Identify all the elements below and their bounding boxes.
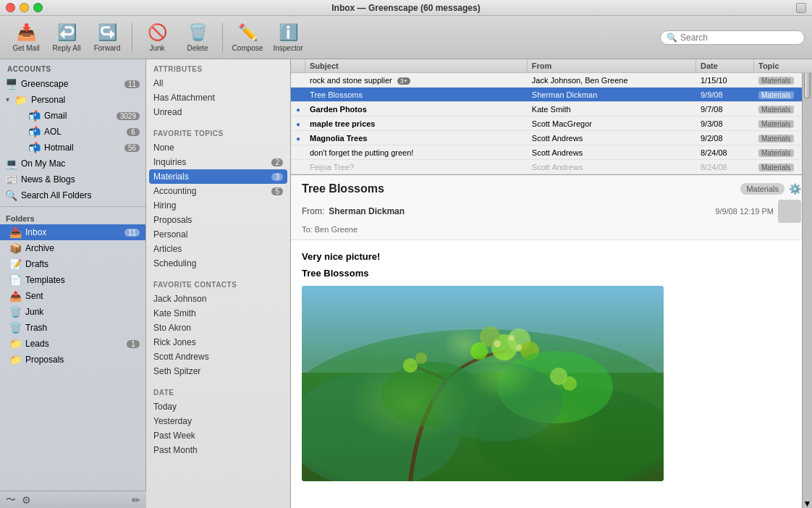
date-past-month[interactable]: Past Month [146, 443, 290, 457]
minimize-button[interactable] [20, 3, 29, 12]
col-header-date[interactable]: Date [696, 59, 754, 72]
contact-scott-andrews-label: Scott Andrews [153, 352, 209, 362]
col-header-subject[interactable]: Subject [305, 59, 528, 72]
reply-all-label: Reply All [53, 44, 81, 52]
topic-none[interactable]: None [146, 140, 290, 155]
sidebar-item-trash[interactable]: 🗑️ Trash [0, 320, 145, 336]
inbox-badge: 11 [124, 229, 140, 237]
sidebar-item-junk[interactable]: 🗑️ Junk [0, 304, 145, 320]
gmail-label: Gmail [44, 111, 113, 121]
traffic-lights[interactable] [6, 3, 43, 12]
sidebar-item-search-all[interactable]: 🔍 Search All Folders [0, 187, 145, 203]
msg-from: Scott Andrews [528, 132, 696, 144]
sidebar-item-aol[interactable]: 📬 AOL 6 [0, 124, 145, 140]
sidebar-item-sent[interactable]: 📤 Sent [0, 288, 145, 304]
zoom-button[interactable] [33, 3, 43, 12]
preview-image [302, 286, 664, 481]
contact-rick-jones[interactable]: Rick Jones [146, 335, 290, 350]
compose-small-icon[interactable]: ✏ [132, 494, 140, 506]
close-button[interactable] [6, 3, 15, 12]
contact-scott-andrews[interactable]: Scott Andrews [146, 350, 290, 364]
activity-icon[interactable]: 〜 [6, 494, 16, 507]
col-header-from[interactable]: From [528, 59, 696, 72]
topic-hiring[interactable]: Hiring [146, 198, 290, 213]
compose-label: Compose [232, 44, 263, 52]
table-row[interactable]: rock and stone supplier 3+ Jack Johnson,… [291, 73, 812, 88]
preview-gear-icon[interactable]: ⚙️ [789, 183, 801, 195]
contact-jack-johnson[interactable]: Jack Johnson [146, 292, 290, 306]
msg-date: 8/24/08 [696, 161, 754, 173]
date-past-week[interactable]: Past Week [146, 428, 290, 443]
topics-header: FAVORITE TOPICS [146, 124, 290, 140]
topic-inquiries[interactable]: Inquiries 2 [146, 155, 290, 169]
gmail-badge: 3029 [117, 112, 140, 120]
sidebar-item-proposals[interactable]: 📁 Proposals [0, 352, 145, 368]
filter-all[interactable]: All [146, 76, 290, 90]
resize-icon[interactable] [796, 3, 806, 13]
preview-tag[interactable]: Materials [740, 183, 784, 195]
msg-date: 9/3/08 [696, 118, 754, 130]
contact-kate-smith[interactable]: Kate Smith [146, 306, 290, 321]
junk-button[interactable]: 🚫 Junk [138, 19, 176, 56]
topic-materials[interactable]: Materials 3 [149, 169, 287, 184]
table-row[interactable]: ● Magnolia Trees Scott Andrews 9/2/08 Ma… [291, 131, 812, 145]
toolbar: 📥 Get Mail ↩️ Reply All ↪️ Forward 🚫 Jun… [0, 16, 812, 59]
contact-seth-spitzer[interactable]: Seth Spitzer [146, 364, 290, 378]
settings-icon[interactable]: ⚙ [22, 494, 31, 506]
sidebar-item-news-blogs[interactable]: 📰 News & Blogs [0, 172, 145, 187]
msg-from: Scott MacGregor [528, 118, 696, 130]
filter-unread[interactable]: Unread [146, 105, 290, 119]
table-row[interactable]: Feijoa Tree? Scott Andrews 8/24/08 Mater… [291, 160, 812, 174]
reply-all-button[interactable]: ↩️ Reply All [48, 19, 85, 56]
topic-scheduling[interactable]: Scheduling [146, 256, 290, 271]
sidebar-item-on-my-mac[interactable]: 💻 On My Mac [0, 156, 145, 172]
topic-accounting[interactable]: Accounting 5 [146, 184, 290, 198]
table-row[interactable]: Tree Blossoms Sherman Dickman 9/9/08 Mat… [291, 88, 812, 102]
table-row[interactable]: ● Garden Photos Kate Smith 9/7/08 Materi… [291, 102, 812, 117]
msg-subject: Tree Blossoms [305, 89, 528, 101]
sidebar-item-greenscape[interactable]: 🖥️ Greenscape 11 [0, 76, 145, 92]
scrollbar-thumb[interactable] [804, 69, 811, 98]
to-label: To: [302, 225, 313, 234]
compose-button[interactable]: ✏️ Compose [229, 19, 266, 56]
scroll-down-button[interactable]: ▼ [803, 499, 812, 508]
sidebar-item-archive[interactable]: 📦 Archive [0, 240, 145, 256]
sidebar-item-gmail[interactable]: 📬 Gmail 3029 [0, 108, 145, 124]
col-header-topic[interactable]: Topic [754, 59, 812, 72]
sidebar-item-hotmail[interactable]: 📬 Hotmail 56 [0, 140, 145, 156]
inbox-icon: 📥 [9, 227, 22, 238]
delete-button[interactable]: 🗑️ Delete [179, 19, 216, 56]
get-mail-button[interactable]: 📥 Get Mail [7, 19, 45, 56]
accounts-header: ACCOUNTS [0, 59, 145, 76]
contact-sto-akron[interactable]: Sto Akron [146, 321, 290, 335]
inspector-button[interactable]: ℹ️ Inspector [269, 19, 307, 56]
topic-proposals[interactable]: Proposals [146, 213, 290, 227]
sidebar-item-personal[interactable]: ▼ 📁 Personal [0, 92, 145, 108]
msg-count-badge: 3+ [397, 77, 410, 85]
table-row[interactable]: don't forget the putting green! Scott An… [291, 145, 812, 160]
date-past-week-label: Past Week [153, 431, 195, 441]
table-row[interactable]: ● maple tree prices Scott MacGregor 9/3/… [291, 117, 812, 131]
search-bar[interactable]: 🔍 [660, 30, 805, 45]
topic-personal[interactable]: Personal [146, 227, 290, 242]
forward-button[interactable]: ↪️ Forward [88, 19, 126, 56]
date-yesterday[interactable]: Yesterday [146, 414, 290, 428]
trash-icon: 🗑️ [9, 322, 22, 334]
sidebar-item-drafts[interactable]: 📝 Drafts [0, 256, 145, 272]
sidebar-item-leads[interactable]: 📁 Leads 1 [0, 336, 145, 352]
msg-from: Jack Johnson, Ben Greene [528, 75, 696, 86]
msg-subject: rock and stone supplier 3+ [305, 75, 528, 86]
scrollbar[interactable]: ▲ ▼ [802, 59, 812, 508]
sidebar-item-inbox[interactable]: 📥 Inbox 11 [0, 224, 145, 240]
inspector-icon: ℹ️ [279, 23, 298, 42]
date-today[interactable]: Today [146, 399, 290, 414]
search-input[interactable] [680, 33, 796, 43]
topic-articles[interactable]: Articles [146, 242, 290, 256]
leads-label: Leads [25, 339, 123, 349]
sidebar-item-templates[interactable]: 📄 Templates [0, 272, 145, 288]
msg-flag [291, 93, 305, 96]
filter-has-attachment-label: Has Attachment [153, 93, 215, 103]
contact-rick-jones-label: Rick Jones [153, 337, 196, 347]
filter-has-attachment[interactable]: Has Attachment [146, 90, 290, 105]
toolbar-separator-2 [222, 23, 223, 52]
